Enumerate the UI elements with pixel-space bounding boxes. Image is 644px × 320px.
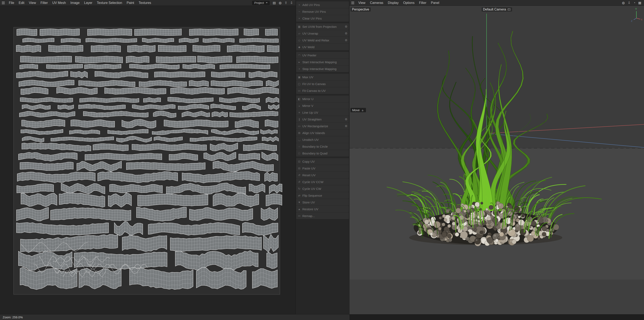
command-label: UV Unwrap bbox=[302, 32, 343, 35]
projection-label[interactable]: Perspective bbox=[350, 8, 371, 12]
uv-weld-and-relax-icon: ◇ bbox=[296, 39, 302, 42]
command-cycle-uv-ccw[interactable]: ↺Cycle UV CCW bbox=[296, 179, 349, 185]
command-align-uv-islands[interactable]: ⊞Align UV Islands bbox=[296, 130, 349, 136]
menu-filter[interactable]: Filter bbox=[38, 0, 50, 6]
settings-gear-icon[interactable]: ⚙ bbox=[343, 39, 349, 42]
command-label: Paste UV bbox=[302, 167, 349, 170]
svg-text:Y: Y bbox=[635, 8, 637, 11]
command-fit-uv-to-canvas[interactable]: ▢Fit UV to Canvas bbox=[296, 81, 349, 87]
command-label: UV Weld bbox=[302, 45, 349, 49]
command-fit-canvas-to-uv[interactable]: ▭Fit Canvas to UV bbox=[296, 87, 349, 94]
command-label: Cycle UV CW bbox=[302, 187, 349, 190]
set-uvw-from-projection-icon: ▦ bbox=[296, 25, 302, 28]
command-line-up-uv[interactable]: ≡Line Up UV bbox=[296, 109, 349, 116]
command-store-uv[interactable]: ▼Store UV bbox=[296, 199, 349, 205]
viewport-menu-view[interactable]: View bbox=[356, 0, 368, 6]
command-uv-weld-and-relax[interactable]: ◇UV Weld and Relax⚙ bbox=[296, 37, 349, 44]
viewport-menu-display[interactable]: Display bbox=[386, 0, 401, 6]
cycle-uv-cw-icon: ↻ bbox=[296, 187, 302, 190]
uv-peeler-icon: ◠ bbox=[296, 54, 302, 57]
boundary-to-circle-icon: ○ bbox=[296, 145, 302, 148]
viewport-menus: ViewCamerasDisplayOptionsFilterPanel bbox=[356, 0, 442, 6]
menu-uv-mesh[interactable]: UV Mesh bbox=[50, 0, 68, 6]
uv-editor-menus: FileEditViewFilterUV MeshImageLayerTextu… bbox=[6, 0, 153, 6]
menu-file[interactable]: File bbox=[6, 0, 16, 6]
uv-weld-icon: ◆ bbox=[296, 46, 302, 49]
move-tooltip-text: Move bbox=[352, 108, 360, 112]
project-dropdown-label: Project bbox=[254, 1, 264, 5]
command-label: Boundary to Circle bbox=[302, 145, 349, 148]
boundary-to-quad-icon: □ bbox=[296, 152, 302, 155]
projection-label-text: Perspective bbox=[352, 8, 369, 11]
render-queue-icon[interactable]: ⇩ bbox=[626, 0, 632, 6]
menu-layer[interactable]: Layer bbox=[82, 0, 95, 6]
viewport-toolbar-icons: ◍⇩◔▦ bbox=[620, 0, 643, 6]
stop-interactive-mapping-icon: ▪ bbox=[296, 67, 302, 70]
command-clear-uv-pins[interactable]: ×Clear UV Pins bbox=[296, 15, 349, 22]
upload-image-icon[interactable]: ⇧ bbox=[283, 0, 288, 6]
settings-gear-icon[interactable]: ⚙ bbox=[343, 25, 349, 28]
command-mirror-u[interactable]: ◧Mirror U bbox=[296, 96, 349, 102]
viewport-menu-panel[interactable]: Panel bbox=[428, 0, 442, 6]
command-copy-uv[interactable]: ⊡Copy UV bbox=[296, 158, 349, 165]
command-stop-interactive-mapping[interactable]: ▪Stop Interactive Mapping bbox=[296, 66, 349, 72]
uv-commands-panel: +Add UV Pins−Remove UV Pins×Clear UV Pin… bbox=[296, 0, 350, 314]
svg-text:X: X bbox=[641, 18, 642, 21]
command-uv-unwrap[interactable]: ▱UV Unwrap⚙ bbox=[296, 30, 349, 37]
render-view-icon[interactable]: ◍ bbox=[620, 0, 626, 6]
command-label: Start Interactive Mapping bbox=[302, 60, 349, 64]
viewport-menu-options[interactable]: Options bbox=[401, 0, 417, 6]
command-max-uv[interactable]: ▣Max UV bbox=[296, 74, 349, 80]
command-add-uv-pins[interactable]: +Add UV Pins bbox=[296, 2, 349, 8]
interactive-render-icon[interactable]: ◔ bbox=[632, 0, 637, 6]
command-unstitch-uv[interactable]: ◡Unstitch UV bbox=[296, 136, 349, 143]
uv-editor-menubar-right: Project ▤◍⇧⇩ bbox=[252, 0, 296, 6]
command-boundary-to-quad[interactable]: □Boundary to Quad bbox=[296, 150, 349, 157]
viewport-menu-filter[interactable]: Filter bbox=[417, 0, 429, 6]
settings-gear-icon[interactable]: ⚙ bbox=[343, 124, 349, 128]
command-uv-rectangularize[interactable]: ▭UV Rectangularize⚙ bbox=[296, 123, 349, 129]
project-dropdown[interactable]: Project bbox=[252, 1, 270, 5]
command-remove-uv-pins[interactable]: −Remove UV Pins bbox=[296, 8, 349, 15]
command-flip-sequence[interactable]: ⇄Flip Sequence bbox=[296, 192, 349, 199]
command-uv-weld[interactable]: ◆UV Weld bbox=[296, 44, 349, 50]
cycle-uv-ccw-icon: ↺ bbox=[296, 180, 302, 183]
uv-editor-menubar: FileEditViewFilterUV MeshImageLayerTextu… bbox=[0, 0, 296, 6]
command-label: Mirror U bbox=[302, 97, 349, 101]
camera-label[interactable]: Default Camera bbox=[482, 8, 512, 12]
uv-command-group: ▣Max UV▢Fit UV to Canvas▭Fit Canvas to U… bbox=[296, 74, 349, 94]
settings-gear-icon[interactable]: ⚙ bbox=[343, 118, 349, 121]
menu-texture-selection[interactable]: Texture Selection bbox=[95, 0, 124, 6]
uv-canvas[interactable] bbox=[0, 6, 296, 314]
uv-command-group: ◧Mirror U◒Mirror V≡Line Up UV∥UV Straigh… bbox=[296, 96, 349, 157]
command-boundary-to-circle[interactable]: ○Boundary to Circle bbox=[296, 143, 349, 150]
viewport-menu-cameras[interactable]: Cameras bbox=[368, 0, 386, 6]
viewport-3d[interactable]: YXZ Perspective Default Camera Move bbox=[350, 6, 644, 314]
menu-hamburger-icon[interactable] bbox=[0, 0, 6, 6]
menu-image[interactable]: Image bbox=[68, 0, 82, 6]
command-uv-straighten[interactable]: ∥UV Straighten⚙ bbox=[296, 116, 349, 123]
render-settings-icon[interactable]: ▦ bbox=[637, 0, 643, 6]
uv-editor-toolbar-icons: ▤◍⇧⇩ bbox=[271, 0, 294, 6]
command-start-interactive-mapping[interactable]: ▸Start Interactive Mapping bbox=[296, 59, 349, 65]
settings-gear-icon[interactable]: ⚙ bbox=[343, 32, 349, 35]
download-image-icon[interactable]: ⇩ bbox=[289, 0, 294, 6]
world-icon[interactable]: ◍ bbox=[277, 0, 283, 6]
viewport-menu-hamburger-icon[interactable] bbox=[350, 0, 356, 6]
command-uv-peeler[interactable]: ◠UV Peeler bbox=[296, 52, 349, 59]
command-paste-uv[interactable]: ⊟Paste UV bbox=[296, 165, 349, 172]
texture-channels-icon[interactable]: ▤ bbox=[271, 0, 277, 6]
command-cycle-uv-cw[interactable]: ↻Cycle UV CW bbox=[296, 185, 349, 192]
align-uv-islands-icon: ⊞ bbox=[296, 131, 302, 134]
command-remap[interactable]: ↦Remap... bbox=[296, 212, 349, 219]
command-set-uvw-from-projection[interactable]: ▦Set UVW from Projection⚙ bbox=[296, 23, 349, 30]
svg-text:Z: Z bbox=[631, 20, 632, 22]
command-restore-uv[interactable]: ▲Restore UV bbox=[296, 206, 349, 212]
menu-edit[interactable]: Edit bbox=[16, 0, 27, 6]
command-mirror-v[interactable]: ◒Mirror V bbox=[296, 102, 349, 109]
command-reset-uv[interactable]: ↺Reset UV bbox=[296, 172, 349, 178]
paste-uv-icon: ⊟ bbox=[296, 167, 302, 170]
menu-view[interactable]: View bbox=[26, 0, 38, 6]
menu-paint[interactable]: Paint bbox=[124, 0, 136, 6]
menu-textures[interactable]: Textures bbox=[136, 0, 153, 6]
